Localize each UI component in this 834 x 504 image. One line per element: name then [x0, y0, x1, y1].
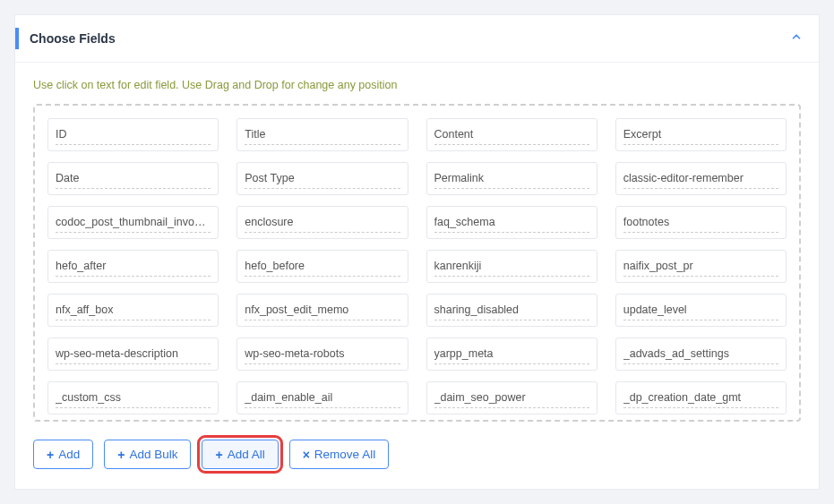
field-card[interactable]	[426, 381, 598, 414]
field-name-input[interactable]	[56, 389, 211, 408]
field-name-input[interactable]	[623, 170, 778, 189]
remove-all-button-label: Remove All	[314, 448, 375, 461]
field-name-input[interactable]	[434, 302, 589, 320]
field-name-input[interactable]	[434, 389, 589, 408]
field-card[interactable]	[236, 162, 408, 195]
field-name-input[interactable]	[245, 214, 400, 233]
field-name-input[interactable]	[56, 302, 211, 320]
plus-icon: +	[215, 448, 222, 461]
plus-icon: +	[117, 448, 125, 461]
choose-fields-panel: Choose Fields Use click on text for edit…	[14, 14, 820, 490]
field-card[interactable]	[236, 381, 408, 414]
field-name-input[interactable]	[623, 346, 778, 364]
field-name-input[interactable]	[56, 170, 211, 189]
field-card[interactable]	[615, 206, 787, 239]
field-card[interactable]	[426, 294, 598, 327]
field-card[interactable]	[615, 118, 787, 151]
help-text: Use click on text for edit field. Use Dr…	[33, 79, 801, 91]
field-name-input[interactable]	[245, 346, 400, 364]
field-card[interactable]	[236, 118, 408, 151]
field-card[interactable]	[426, 250, 598, 283]
field-name-input[interactable]	[434, 214, 589, 233]
field-name-input[interactable]	[245, 302, 400, 320]
field-card[interactable]	[47, 381, 219, 414]
field-card[interactable]	[47, 294, 219, 327]
field-name-input[interactable]	[245, 389, 400, 408]
field-card[interactable]	[615, 294, 787, 327]
field-card[interactable]	[236, 294, 408, 327]
fields-dropzone[interactable]	[33, 104, 801, 422]
field-card[interactable]	[426, 206, 598, 239]
plus-icon: +	[47, 448, 54, 461]
field-name-input[interactable]	[56, 346, 211, 364]
panel-title: Choose Fields	[30, 31, 116, 46]
field-card[interactable]	[426, 337, 598, 371]
field-card[interactable]	[236, 250, 408, 283]
field-name-input[interactable]	[56, 258, 211, 277]
field-name-input[interactable]	[56, 214, 211, 233]
field-name-input[interactable]	[56, 126, 211, 145]
field-card[interactable]	[615, 250, 787, 283]
add-all-button-label: Add All	[228, 448, 265, 461]
field-name-input[interactable]	[623, 258, 778, 277]
field-card[interactable]	[615, 381, 787, 414]
actions-row: + Add + Add Bulk + Add All × Remove All	[33, 440, 801, 469]
add-button[interactable]: + Add	[33, 440, 93, 469]
field-card[interactable]	[47, 162, 219, 195]
accent-bar	[15, 28, 19, 49]
field-card[interactable]	[615, 162, 787, 195]
field-card[interactable]	[615, 337, 787, 371]
field-name-input[interactable]	[623, 302, 778, 320]
times-icon: ×	[303, 448, 310, 461]
add-bulk-button[interactable]: + Add Bulk	[104, 440, 191, 469]
field-card[interactable]	[47, 337, 219, 371]
field-name-input[interactable]	[245, 170, 400, 189]
field-card[interactable]	[47, 206, 219, 239]
field-card[interactable]	[47, 250, 219, 283]
field-name-input[interactable]	[434, 126, 589, 145]
add-button-label: Add	[58, 448, 80, 461]
panel-header[interactable]: Choose Fields	[15, 15, 819, 63]
chevron-up-icon[interactable]	[790, 30, 803, 47]
panel-body: Use click on text for edit field. Use Dr…	[15, 63, 819, 489]
add-all-button[interactable]: + Add All	[202, 440, 278, 469]
field-name-input[interactable]	[434, 346, 589, 364]
field-name-input[interactable]	[434, 258, 589, 277]
remove-all-button[interactable]: × Remove All	[289, 440, 389, 469]
field-name-input[interactable]	[623, 389, 778, 408]
field-card[interactable]	[236, 337, 408, 371]
field-name-input[interactable]	[434, 170, 589, 189]
field-card[interactable]	[47, 118, 219, 151]
add-bulk-button-label: Add Bulk	[129, 448, 177, 461]
field-name-input[interactable]	[623, 126, 778, 145]
field-name-input[interactable]	[245, 258, 400, 277]
field-name-input[interactable]	[623, 214, 778, 233]
field-name-input[interactable]	[245, 126, 400, 145]
field-card[interactable]	[426, 118, 598, 151]
field-card[interactable]	[236, 206, 408, 239]
field-card[interactable]	[426, 162, 598, 195]
